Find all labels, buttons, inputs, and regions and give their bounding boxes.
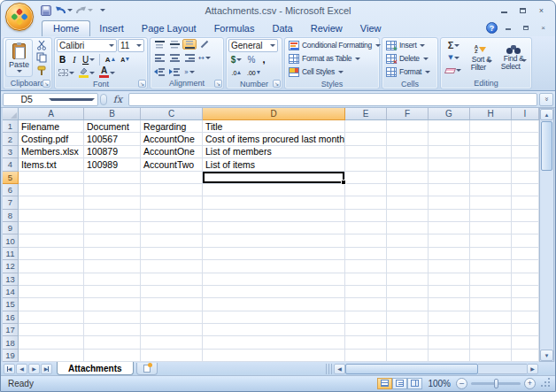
accounting-format-button[interactable]: $ [228,53,244,65]
cell-E12[interactable] [345,260,387,273]
insert-worksheet-tab[interactable] [136,363,158,375]
cell-F19[interactable] [387,350,429,362]
cell-B15[interactable] [84,298,141,311]
font-size-select[interactable]: 11 [118,39,144,52]
cell-D8[interactable] [203,210,345,222]
cell-A11[interactable] [19,248,84,260]
cell-C15[interactable] [141,298,203,311]
cell-B17[interactable] [84,324,141,336]
cell-C7[interactable] [141,196,203,209]
number-dialog-launcher[interactable]: ↘ [273,80,281,88]
workbook-minimize-button[interactable] [500,23,515,33]
cell-styles-button[interactable]: Cell Styles [287,65,377,78]
column-header-C[interactable]: C [141,108,203,120]
cell-F1[interactable] [387,120,429,133]
close-button[interactable]: × [533,5,550,16]
cell-G5[interactable] [429,172,470,184]
cell-I15[interactable] [512,298,539,311]
cell-D1[interactable]: Title [203,120,345,133]
decrease-indent-button[interactable] [152,66,166,77]
cell-I8[interactable] [512,210,539,222]
cell-F16[interactable] [387,311,429,324]
cell-H11[interactable] [470,248,512,260]
cell-G18[interactable] [429,336,470,349]
first-sheet-button[interactable]: ◀ [4,364,15,374]
paste-button[interactable]: Paste [5,39,33,77]
cell-F8[interactable] [387,210,429,222]
name-box[interactable]: D5 [3,93,98,106]
cell-F3[interactable] [387,146,429,158]
cell-C19[interactable] [141,350,203,362]
cell-H17[interactable] [470,324,512,336]
clear-button[interactable] [443,65,465,77]
fill-button[interactable]: ▼ [443,51,465,64]
cell-D3[interactable]: List of members [203,146,345,158]
cell-H6[interactable] [470,184,512,196]
cell-E14[interactable] [345,286,387,298]
save-button[interactable] [38,4,53,17]
cell-I17[interactable] [512,324,539,336]
normal-view-button[interactable] [377,378,392,389]
cell-E19[interactable] [345,350,387,362]
cell-I4[interactable] [512,158,539,171]
name-box-dropdown-icon[interactable] [49,98,96,101]
cell-B13[interactable] [84,273,141,286]
borders-button[interactable] [57,66,76,79]
tab-view[interactable]: View [351,21,390,36]
cell-A3[interactable]: Members.xlsx [19,146,84,158]
cell-B4[interactable]: 100989 [84,158,141,171]
row-header-19[interactable]: 19 [3,350,19,362]
conditional-formatting-button[interactable]: Conditional Formatting [287,39,377,51]
cell-H16[interactable] [470,311,512,324]
cell-G9[interactable] [429,222,470,234]
cell-H19[interactable] [470,350,512,362]
cell-H4[interactable] [470,158,512,171]
cell-D13[interactable] [203,273,345,286]
sheet-tab-attachments[interactable]: Attachments [57,362,134,375]
cell-F4[interactable] [387,158,429,171]
cell-A1[interactable]: Filename [19,120,84,133]
row-header-8[interactable]: 8 [3,210,19,222]
cell-A9[interactable] [19,222,84,234]
percent-style-button[interactable]: % [245,53,258,65]
copy-button[interactable] [34,51,50,64]
cell-H14[interactable] [470,286,512,298]
select-all-corner[interactable] [3,108,19,120]
cell-A16[interactable] [19,311,84,324]
last-sheet-button[interactable]: ▶ [41,364,52,374]
cell-D18[interactable] [203,336,345,349]
row-header-14[interactable]: 14 [3,286,19,298]
row-header-11[interactable]: 11 [3,248,19,260]
row-header-3[interactable]: 3 [3,146,19,158]
name-box-resize-grip[interactable] [100,94,107,105]
horizontal-scrollbar[interactable]: ◀ ▶ [334,363,538,375]
cell-B9[interactable] [84,222,141,234]
cell-A6[interactable] [19,184,84,196]
column-header-A[interactable]: A [19,108,84,120]
undo-dropdown-icon[interactable] [67,9,73,12]
column-header-I[interactable]: I [512,108,539,120]
cell-A13[interactable] [19,273,84,286]
cell-D15[interactable] [203,298,345,311]
cell-G4[interactable] [429,158,470,171]
row-header-7[interactable]: 7 [3,196,19,209]
italic-button[interactable]: I [69,53,80,65]
bottom-align-button[interactable] [182,39,197,50]
cell-B16[interactable] [84,311,141,324]
cell-E7[interactable] [345,196,387,209]
paste-dropdown-icon[interactable] [17,70,22,73]
workbook-restore-button[interactable] [518,23,533,33]
scroll-down-button[interactable]: ▼ [540,350,553,361]
column-header-G[interactable]: G [429,108,470,120]
cell-A4[interactable]: Items.txt [19,158,84,171]
insert-cells-button[interactable]: + Insert [384,39,436,51]
tab-home[interactable]: Home [42,20,90,36]
row-header-9[interactable]: 9 [3,222,19,234]
help-button[interactable]: ? [486,22,498,34]
cut-button[interactable] [34,39,50,51]
zoom-slider-thumb[interactable] [494,379,498,388]
align-left-button[interactable] [152,53,166,64]
cell-E16[interactable] [345,311,387,324]
previous-sheet-button[interactable]: ◀ [16,364,27,374]
cell-D7[interactable] [203,196,345,209]
